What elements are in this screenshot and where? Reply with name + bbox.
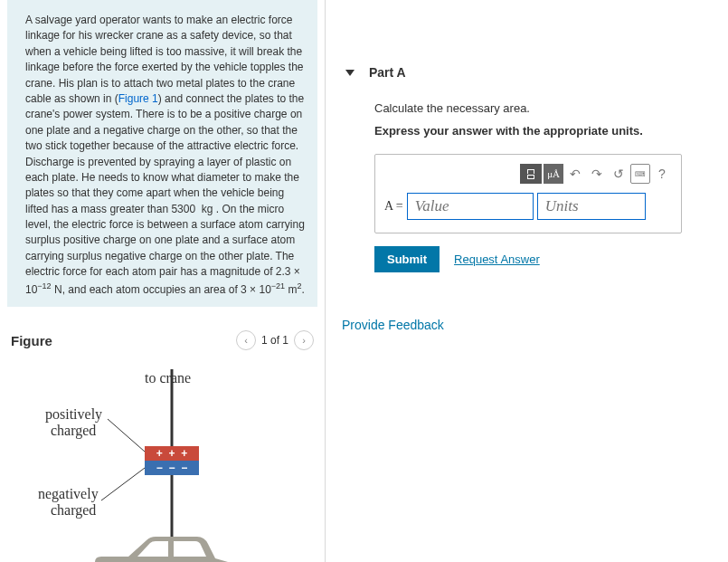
right-column: Part A Calculate the necessary area. Exp… (326, 0, 728, 562)
provide-feedback-link[interactable]: Provide Feedback (342, 318, 712, 332)
prev-figure-button[interactable]: ‹ (236, 330, 256, 350)
action-row: Submit Request Answer (374, 246, 712, 272)
answer-toolbar: μÅ ↶ ↷ ↺ ⌨ ? (384, 164, 672, 184)
problem-text-2: ) and connect the plates to the crane's … (25, 92, 305, 296)
figure-nav: ‹ 1 of 1 › (236, 330, 314, 350)
value-input[interactable] (407, 193, 534, 220)
left-column: A salvage yard operator wants to make an… (0, 0, 326, 562)
exp-2: −21 (271, 281, 285, 291)
fraction-tool-icon[interactable] (520, 164, 542, 184)
answer-box: μÅ ↶ ↷ ↺ ⌨ ? A = (374, 154, 682, 233)
label-negatively: negatively (38, 486, 99, 502)
reset-icon[interactable]: ↺ (609, 164, 629, 184)
instruction-express: Express your answer with the appropriate… (374, 124, 712, 138)
request-answer-link[interactable]: Request Answer (454, 252, 540, 266)
label-to-crane: to crane (145, 370, 191, 386)
exp-1: −12 (37, 281, 51, 291)
figure-counter: 1 of 1 (261, 334, 288, 347)
label-charged-2: charged (51, 502, 96, 519)
figure-header: Figure ‹ 1 of 1 › (7, 327, 317, 356)
unit-2: m (285, 283, 297, 296)
units-tool-icon[interactable]: μÅ (544, 164, 563, 184)
problem-text-1: A salvage yard operator wants to make an… (25, 14, 304, 105)
figure-diagram: to crane positively charged negatively c… (27, 365, 298, 562)
lead-line-pos (108, 419, 145, 452)
figure-link[interactable]: Figure 1 (118, 92, 158, 105)
keyboard-icon[interactable]: ⌨ (630, 164, 650, 184)
undo-icon[interactable]: ↶ (565, 164, 585, 184)
submit-button[interactable]: Submit (374, 246, 440, 272)
figure-title: Figure (11, 333, 52, 348)
plate-minus-signs: − − − (156, 462, 186, 474)
units-input[interactable] (537, 193, 646, 220)
lead-line-neg (101, 468, 145, 500)
caret-down-icon (345, 70, 355, 76)
problem-statement: A salvage yard operator wants to make an… (7, 0, 317, 307)
answer-input-row: A = (384, 193, 672, 220)
redo-icon[interactable]: ↷ (587, 164, 607, 184)
help-icon[interactable]: ? (652, 164, 672, 184)
equation-label: A = (384, 199, 403, 214)
label-positively: positively (45, 406, 102, 423)
instruction-text: Calculate the necessary area. (374, 101, 712, 115)
next-figure-button[interactable]: › (294, 330, 314, 350)
problem-tail: . (301, 283, 304, 296)
part-header[interactable]: Part A (345, 65, 712, 80)
unit-1: N, and each atom occupies an area of 3 ×… (52, 283, 271, 296)
part-label: Part A (369, 65, 406, 80)
plate-plus-signs: + + + (156, 447, 186, 460)
figure-body: to crane positively charged negatively c… (7, 356, 317, 562)
label-charged-1: charged (51, 423, 96, 439)
